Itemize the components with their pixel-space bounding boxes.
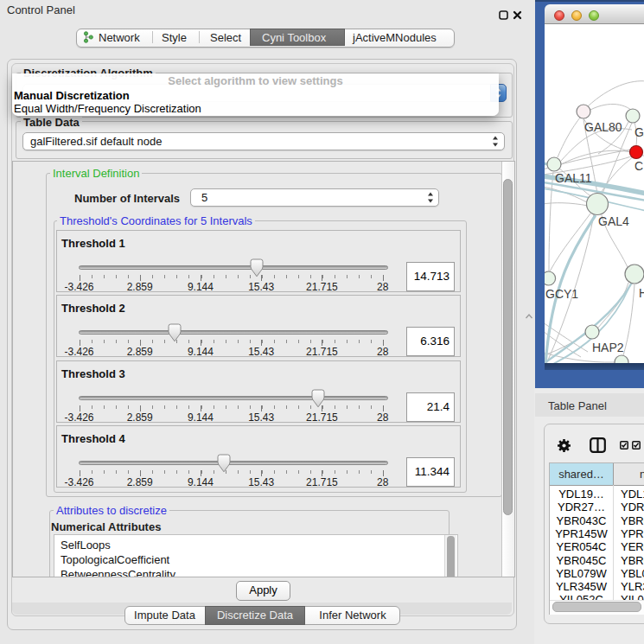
svg-text:GAL4: GAL4 [598,214,629,228]
svg-text:C: C [634,159,643,173]
svg-text:H: H [639,286,644,300]
svg-text:GAL80: GAL80 [584,120,622,134]
svg-text:GCY1: GCY1 [545,287,578,301]
svg-text:HAP2: HAP2 [592,341,624,354]
svg-text:GA: GA [634,125,644,139]
svg-text:GAL11: GAL11 [555,171,592,185]
